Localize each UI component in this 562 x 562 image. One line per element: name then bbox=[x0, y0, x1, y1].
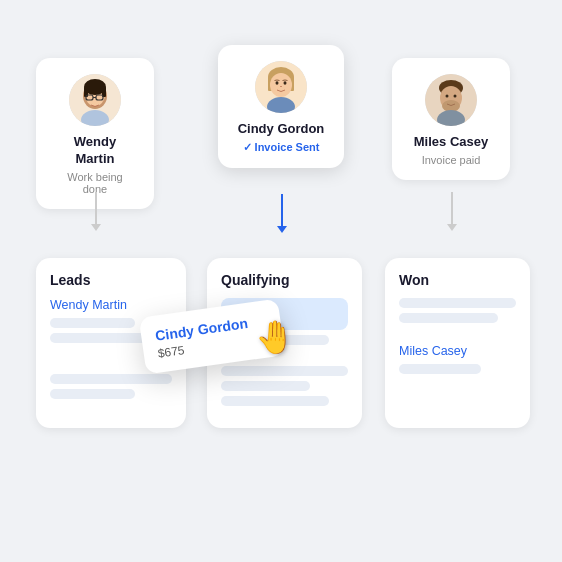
arrow-line-wendy bbox=[95, 192, 97, 224]
arrow-line-miles bbox=[451, 192, 453, 224]
wendy-name: Wendy Martin bbox=[54, 134, 136, 168]
arrow-cindy bbox=[277, 194, 287, 233]
miles-status: Invoice paid bbox=[422, 154, 481, 166]
arrow-wendy bbox=[91, 192, 101, 231]
svg-point-22 bbox=[446, 95, 449, 98]
arrow-miles bbox=[447, 192, 457, 231]
leads-bar-2 bbox=[50, 333, 154, 343]
leads-item-wendy: Wendy Martin bbox=[50, 298, 172, 312]
person-card-wendy: Wendy Martin Work being done bbox=[36, 58, 154, 209]
svg-point-14 bbox=[270, 73, 292, 97]
won-bar-1 bbox=[399, 298, 516, 308]
column-won: Won Miles Casey bbox=[385, 258, 530, 428]
qualifying-bar-4 bbox=[221, 396, 329, 406]
person-card-miles: Miles Casey Invoice paid bbox=[392, 58, 510, 180]
avatar-miles bbox=[425, 74, 477, 126]
won-title: Won bbox=[399, 272, 516, 288]
main-scene: Wendy Martin Work being done bbox=[0, 0, 562, 562]
leads-bar-4 bbox=[50, 389, 135, 399]
qualifying-title: Qualifying bbox=[221, 272, 348, 288]
qualifying-bar-3 bbox=[221, 381, 310, 391]
won-item-miles: Miles Casey bbox=[399, 344, 516, 358]
cindy-name: Cindy Gordon bbox=[238, 121, 325, 138]
avatar-cindy bbox=[255, 61, 307, 113]
hand-cursor-icon: 🤚 bbox=[255, 318, 295, 356]
svg-point-15 bbox=[276, 81, 279, 85]
arrow-line-cindy bbox=[281, 194, 283, 226]
arrow-head-wendy bbox=[91, 224, 101, 231]
arrow-head-cindy bbox=[277, 226, 287, 233]
svg-point-16 bbox=[284, 81, 287, 85]
check-icon: ✓ bbox=[243, 141, 252, 154]
leads-title: Leads bbox=[50, 272, 172, 288]
leads-bar-3 bbox=[50, 374, 172, 384]
won-bar-2 bbox=[399, 313, 498, 323]
avatar-wendy bbox=[69, 74, 121, 126]
person-card-cindy: Cindy Gordon ✓ Invoice Sent bbox=[218, 45, 344, 168]
won-bar-3 bbox=[399, 364, 481, 374]
qualifying-bar-2 bbox=[221, 366, 348, 376]
miles-name: Miles Casey bbox=[414, 134, 488, 151]
cindy-status: ✓ Invoice Sent bbox=[243, 141, 320, 154]
svg-point-23 bbox=[454, 95, 457, 98]
arrow-head-miles bbox=[447, 224, 457, 231]
leads-bar-1 bbox=[50, 318, 135, 328]
